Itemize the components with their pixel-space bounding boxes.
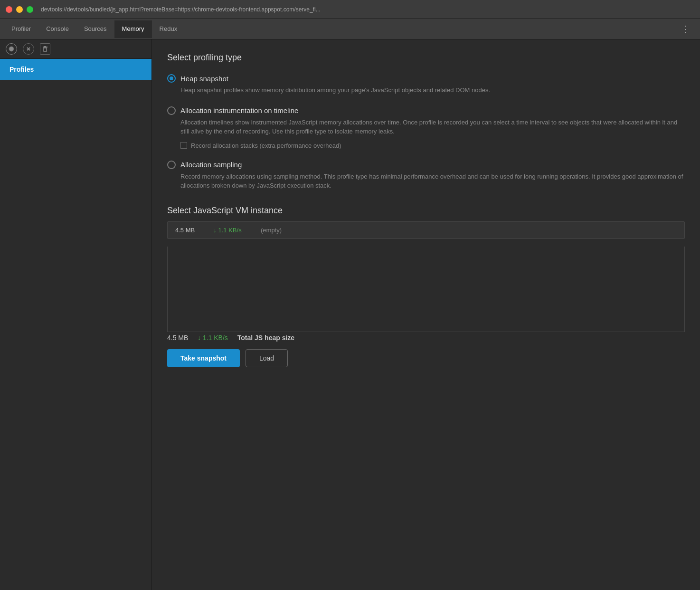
checkbox-allocation-stacks-label: Record allocation stacks (extra performa… — [191, 142, 341, 149]
svg-rect-4 — [44, 48, 47, 51]
more-tabs-icon[interactable]: ⋮ — [675, 19, 696, 39]
footer-stats: 4.5 MB ↓ 1.1 KB/s Total JS heap size — [167, 334, 685, 342]
option-allocation-timeline: Allocation instrumentation on timeline A… — [167, 106, 685, 149]
vm-rate-value: 1.1 KB/s — [218, 227, 242, 234]
option-heap-snapshot: Heap snapshot Heap snapshot profiles sho… — [167, 74, 685, 95]
sidebar: Profiles — [0, 39, 152, 590]
tab-console[interactable]: Console — [38, 20, 76, 38]
arrow-down-icon: ↓ — [213, 227, 217, 234]
load-button[interactable]: Load — [246, 349, 288, 367]
option-allocation-timeline-desc: Allocation timelines show instrumented J… — [180, 118, 685, 136]
vm-instance-table: 4.5 MB ↓ 1.1 KB/s (empty) — [167, 221, 685, 239]
vm-size: 4.5 MB — [175, 227, 204, 234]
profiling-options: Heap snapshot Heap snapshot profiles sho… — [167, 74, 685, 190]
option-allocation-sampling-label: Allocation sampling — [180, 161, 242, 169]
maximize-dot[interactable] — [27, 6, 33, 13]
tab-sources[interactable]: Sources — [76, 20, 114, 38]
radio-heap-snapshot[interactable] — [167, 74, 176, 83]
tab-profiler[interactable]: Profiler — [4, 20, 38, 38]
footer-rate: ↓ 1.1 KB/s — [198, 334, 227, 342]
svg-point-0 — [9, 47, 14, 51]
footer-arrow-down-icon: ↓ — [198, 334, 201, 341]
checkbox-allocation-stacks[interactable] — [180, 142, 187, 149]
radio-allocation-sampling[interactable] — [167, 161, 176, 169]
close-dot[interactable] — [6, 6, 12, 13]
tabbar: Profiler Console Sources Memory Redux ⋮ — [0, 19, 700, 39]
option-heap-snapshot-desc: Heap snapshot profiles show memory distr… — [180, 86, 685, 95]
minimize-dot[interactable] — [16, 6, 23, 13]
option-allocation-sampling-desc: Record memory allocations using sampling… — [180, 172, 685, 190]
vm-instance-row[interactable]: 4.5 MB ↓ 1.1 KB/s (empty) — [168, 222, 684, 238]
sidebar-toolbar — [0, 39, 151, 59]
checkbox-row-allocation-stacks: Record allocation stacks (extra performa… — [180, 142, 685, 149]
sidebar-nav: Profiles — [0, 59, 151, 590]
footer-rate-value: 1.1 KB/s — [203, 334, 228, 342]
url-bar: devtools://devtools/bundled/js_app.html?… — [41, 6, 694, 13]
window-controls — [6, 6, 33, 13]
profiling-type-title: Select profiling type — [167, 53, 685, 63]
vm-rate: ↓ 1.1 KB/s — [213, 227, 251, 234]
stop-button[interactable] — [23, 43, 34, 55]
vm-empty-area — [167, 247, 685, 332]
radio-allocation-timeline[interactable] — [167, 106, 176, 115]
vm-label: (empty) — [261, 227, 282, 234]
svg-rect-5 — [44, 46, 46, 47]
footer-heap-label: Total JS heap size — [237, 334, 294, 342]
tab-redux[interactable]: Redux — [152, 20, 185, 38]
option-allocation-timeline-label: Allocation instrumentation on timeline — [180, 106, 298, 114]
option-allocation-sampling: Allocation sampling Record memory alloca… — [167, 161, 685, 190]
main-content: Select profiling type Heap snapshot Heap… — [152, 39, 700, 590]
titlebar: devtools://devtools/bundled/js_app.html?… — [0, 0, 700, 19]
option-heap-snapshot-label: Heap snapshot — [180, 75, 228, 83]
record-button[interactable] — [6, 43, 17, 55]
tab-memory[interactable]: Memory — [114, 20, 152, 38]
clear-button[interactable] — [40, 43, 50, 55]
vm-section-title: Select JavaScript VM instance — [167, 206, 685, 216]
sidebar-item-profiles[interactable]: Profiles — [0, 59, 151, 80]
main-layout: Profiles Select profiling type Heap snap… — [0, 39, 700, 590]
footer-size: 4.5 MB — [167, 334, 188, 342]
take-snapshot-button[interactable]: Take snapshot — [167, 349, 240, 367]
action-buttons: Take snapshot Load — [167, 349, 685, 367]
